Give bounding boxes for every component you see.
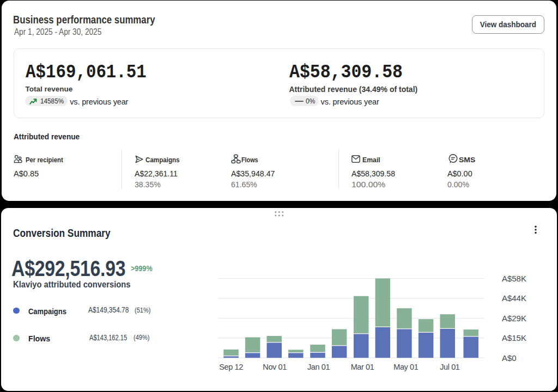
- svg-text:Jul 01: Jul 01: [440, 363, 460, 371]
- svg-text:A$0: A$0: [502, 353, 517, 363]
- svg-text:Nov 01: Nov 01: [263, 363, 287, 371]
- svg-text:A$29K: A$29K: [502, 314, 526, 323]
- svg-text:A$15K: A$15K: [502, 333, 526, 342]
- svg-text:A$44K: A$44K: [502, 293, 526, 303]
- svg-text:May 01: May 01: [393, 363, 418, 371]
- svg-text:Jan 01: Jan 01: [307, 363, 330, 371]
- svg-text:Mar 01: Mar 01: [351, 363, 374, 371]
- svg-text:Sep 12: Sep 12: [219, 363, 243, 371]
- svg-text:A$58K: A$58K: [502, 274, 526, 283]
